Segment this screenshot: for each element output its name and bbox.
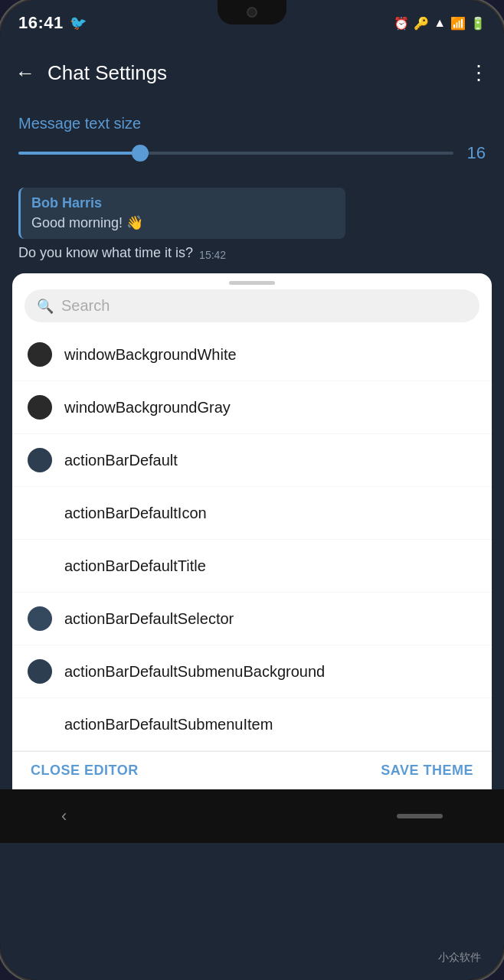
slider-fill <box>18 152 140 155</box>
list-item[interactable]: windowBackgroundWhite <box>12 328 492 381</box>
message-outside-bubble: Do you know what time it is? 15:42 <box>18 245 486 261</box>
list-item[interactable]: actionBarDefault <box>12 434 492 487</box>
message-time: 15:42 <box>199 249 226 261</box>
slider-value: 16 <box>463 143 486 163</box>
status-time: 16:41 <box>18 13 64 33</box>
color-swatch-empty <box>28 554 52 578</box>
status-left: 16:41 🐦 <box>18 13 87 33</box>
close-editor-button[interactable]: CLOSE EDITOR <box>31 763 139 779</box>
home-indicator[interactable] <box>397 814 443 818</box>
message-outside-text: Do you know what time it is? <box>18 245 193 261</box>
theme-item-label: actionBarDefault <box>64 452 178 469</box>
watermark: 小众软件 <box>438 951 481 965</box>
search-bar[interactable]: 🔍 Search <box>25 289 479 322</box>
color-swatch <box>28 448 52 472</box>
color-swatch-empty <box>28 501 52 525</box>
key-icon: 🔑 <box>414 16 429 31</box>
theme-item-label: actionBarDefaultSubmenuItem <box>64 716 273 733</box>
message-bubble: Bob Harris Good morning! 👋 <box>18 188 345 239</box>
theme-item-label: actionBarDefaultTitle <box>64 557 206 575</box>
text-size-slider-row: 16 <box>18 143 486 163</box>
list-item[interactable]: actionBarDefaultTitle <box>12 540 492 593</box>
color-swatch <box>28 395 52 420</box>
message-in-bubble: Good morning! 👋 <box>31 214 335 231</box>
search-icon: 🔍 <box>37 298 54 315</box>
notch <box>218 0 286 24</box>
status-icons: ⏰ 🔑 ▲ 📶 🔋 <box>394 16 486 31</box>
twitter-icon: 🐦 <box>70 15 87 31</box>
more-options-button[interactable]: ⋮ <box>469 61 489 85</box>
slider-track <box>18 152 453 155</box>
app-bar: ← Chat Settings ⋮ <box>0 46 504 100</box>
phone-frame: 16:41 🐦 ⏰ 🔑 ▲ 📶 🔋 ← Chat Settings ⋮ Mess… <box>0 0 504 980</box>
theme-item-label: windowBackgroundGray <box>64 399 231 416</box>
theme-item-label: windowBackgroundWhite <box>64 346 237 364</box>
list-item[interactable]: actionBarDefaultIcon <box>12 487 492 540</box>
message-text-size-label: Message text size <box>18 115 486 132</box>
alarm-icon: ⏰ <box>394 16 409 31</box>
color-swatch-empty <box>28 712 52 737</box>
nav-back-button[interactable]: ‹ <box>61 806 67 826</box>
signal-icon: 📶 <box>450 16 466 31</box>
theme-item-label: actionBarDefaultSelector <box>64 610 234 628</box>
camera-dot <box>247 7 257 18</box>
wifi-icon: ▲ <box>434 16 446 30</box>
theme-list: windowBackgroundWhite windowBackgroundGr… <box>12 328 492 751</box>
phone-screen: 16:41 🐦 ⏰ 🔑 ▲ 📶 🔋 ← Chat Settings ⋮ Mess… <box>0 0 504 980</box>
message-sender: Bob Harris <box>31 195 335 211</box>
list-item[interactable]: windowBackgroundGray <box>12 381 492 434</box>
nav-bar: ‹ <box>0 789 504 843</box>
list-item[interactable]: actionBarDefaultSubmenuBackground <box>12 645 492 698</box>
list-item[interactable]: actionBarDefaultSubmenuItem <box>12 698 492 751</box>
theme-item-label: actionBarDefaultIcon <box>64 505 207 522</box>
status-bar: 16:41 🐦 ⏰ 🔑 ▲ 📶 🔋 <box>0 0 504 46</box>
back-button[interactable]: ← <box>15 61 35 85</box>
search-input[interactable]: Search <box>61 297 467 315</box>
sheet-buttons: CLOSE EDITOR SAVE THEME <box>12 751 492 789</box>
slider-thumb[interactable] <box>132 145 149 162</box>
color-swatch <box>28 606 52 631</box>
color-swatch <box>28 342 52 367</box>
bottom-sheet: 🔍 Search windowBackgroundWhite windowBac… <box>12 273 492 789</box>
list-item[interactable]: actionBarDefaultSelector <box>12 593 492 645</box>
color-swatch <box>28 659 52 684</box>
save-theme-button[interactable]: SAVE THEME <box>381 763 473 779</box>
app-title: Chat Settings <box>47 61 457 85</box>
theme-item-label: actionBarDefaultSubmenuBackground <box>64 663 325 681</box>
settings-section: Message text size 16 <box>0 100 504 175</box>
sheet-handle <box>229 281 275 285</box>
chat-preview: Bob Harris Good morning! 👋 Do you know w… <box>0 175 504 273</box>
slider-container[interactable] <box>18 145 453 161</box>
battery-icon: 🔋 <box>470 16 486 31</box>
